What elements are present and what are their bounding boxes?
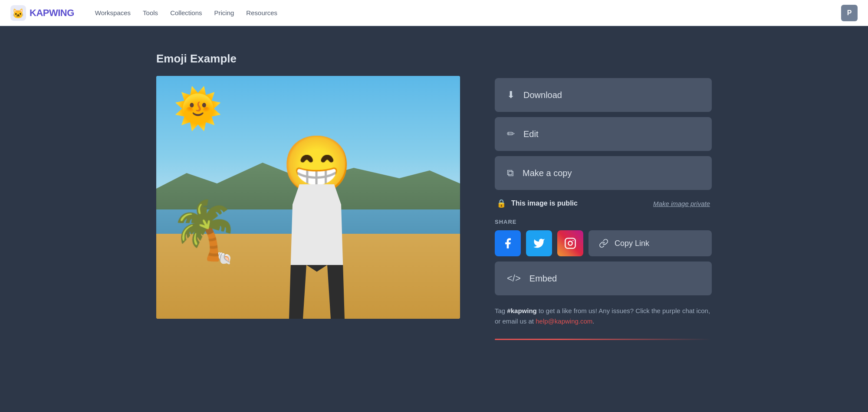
nav-pricing[interactable]: Pricing bbox=[214, 9, 234, 16]
twitter-icon bbox=[533, 237, 545, 249]
copy-link-button[interactable]: Copy Link bbox=[589, 230, 712, 256]
share-row: Copy Link bbox=[495, 230, 712, 256]
media-preview: 🌞 🌴 😁 🐚 bbox=[156, 76, 460, 319]
shell-emoji: 🐚 bbox=[217, 251, 232, 265]
share-label: SHARE bbox=[495, 219, 712, 225]
main-content: Emoji Example 🌞 🌴 😁 🐚 ⬇ bbox=[130, 26, 738, 357]
tag-period: . bbox=[592, 317, 594, 325]
nav-links: Workspaces Tools Collections Pricing Res… bbox=[95, 9, 277, 16]
palm-emoji: 🌴 bbox=[169, 202, 240, 258]
tag-hashtag: #kapwing bbox=[507, 307, 536, 314]
edit-label: Edit bbox=[523, 129, 538, 139]
page-title: Emoji Example bbox=[156, 52, 460, 65]
nav-collections[interactable]: Collections bbox=[170, 9, 202, 16]
tag-email-link[interactable]: help@kapwing.com bbox=[536, 317, 592, 325]
embed-label: Embed bbox=[529, 274, 557, 284]
svg-text:🐱: 🐱 bbox=[12, 8, 24, 20]
left-panel: Emoji Example 🌞 🌴 😁 🐚 bbox=[156, 52, 460, 340]
twitter-share-button[interactable] bbox=[526, 230, 552, 256]
copy-icon: ⧉ bbox=[507, 167, 514, 179]
instagram-icon bbox=[564, 237, 576, 249]
beach-scene: 🌞 🌴 😁 🐚 bbox=[156, 76, 460, 319]
tag-section: Tag #kapwing to get a like from us! Any … bbox=[495, 306, 712, 327]
share-section: SHARE bbox=[495, 219, 712, 256]
lock-icon: 🔒 bbox=[496, 199, 506, 208]
sun-emoji: 🌞 bbox=[174, 89, 222, 128]
copy-link-label: Copy Link bbox=[615, 239, 649, 248]
tag-text-before: Tag bbox=[495, 307, 507, 314]
body bbox=[282, 184, 352, 319]
download-label: Download bbox=[523, 90, 562, 100]
bottom-divider bbox=[495, 339, 712, 340]
nav-workspaces[interactable]: Workspaces bbox=[95, 9, 131, 16]
person: 😁 bbox=[273, 137, 360, 319]
download-icon: ⬇ bbox=[507, 89, 515, 101]
navbar: 🐱 KAPWING Workspaces Tools Collections P… bbox=[0, 0, 868, 26]
svg-rect-2 bbox=[565, 238, 575, 248]
make-copy-label: Make a copy bbox=[523, 168, 572, 178]
nav-resources[interactable]: Resources bbox=[246, 9, 277, 16]
logo-icon: 🐱 bbox=[10, 5, 26, 21]
privacy-status: This image is public bbox=[511, 199, 648, 207]
embed-button[interactable]: </> Embed bbox=[495, 262, 712, 295]
link-icon bbox=[599, 239, 608, 248]
facebook-share-button[interactable] bbox=[495, 230, 521, 256]
embed-icon: </> bbox=[507, 273, 521, 284]
instagram-share-button[interactable] bbox=[557, 230, 583, 256]
edit-icon: ✏ bbox=[507, 128, 515, 140]
make-copy-button[interactable]: ⧉ Make a copy bbox=[495, 156, 712, 190]
download-button[interactable]: ⬇ Download bbox=[495, 78, 712, 112]
facebook-icon bbox=[502, 237, 514, 249]
right-panel: ⬇ Download ✏ Edit ⧉ Make a copy 🔒 This i… bbox=[495, 52, 712, 340]
make-private-link[interactable]: Make image private bbox=[653, 200, 710, 207]
user-avatar[interactable]: P bbox=[841, 5, 858, 21]
logo-text: KAPWING bbox=[30, 7, 74, 19]
nav-tools[interactable]: Tools bbox=[143, 9, 158, 16]
logo-link[interactable]: 🐱 KAPWING bbox=[10, 5, 74, 21]
edit-button[interactable]: ✏ Edit bbox=[495, 117, 712, 151]
privacy-row: 🔒 This image is public Make image privat… bbox=[495, 195, 712, 212]
